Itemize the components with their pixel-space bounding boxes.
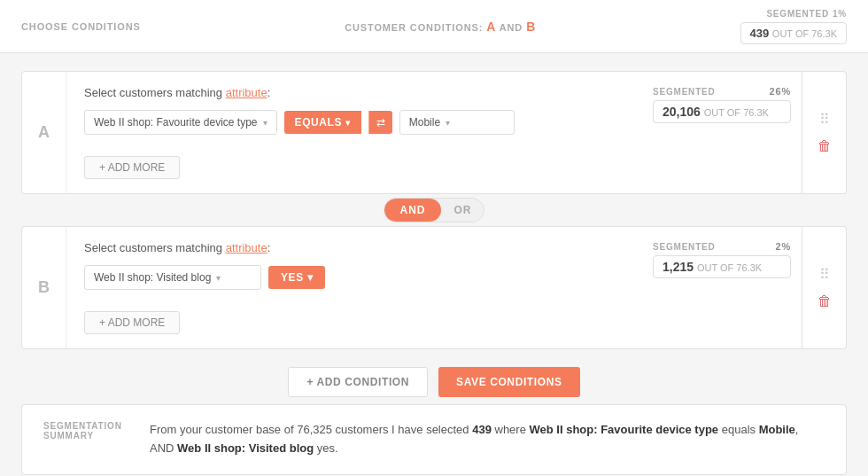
operator-dropdown-arrow: ▾ <box>345 118 351 128</box>
choose-conditions-label: CHOOSE CONDITIONS <box>21 21 141 32</box>
condition-b-right: SEGMENTED 2% 1,215 OUT OF 76.3K <box>642 227 802 348</box>
condition-a-seg-label-text: SEGMENTED <box>653 87 716 97</box>
header-segmented-count: 439 OUT OF 76.3K <box>740 22 847 44</box>
summary-label: SEGMENTATIONSUMMARY <box>43 421 132 458</box>
condition-b-add-more-button[interactable]: + ADD MORE <box>84 311 180 334</box>
value-dropdown-arrow: ▾ <box>446 118 450 128</box>
field-b-dropdown-arrow: ▾ <box>216 273 221 283</box>
condition-b-seg-label-text: SEGMENTED <box>653 242 716 252</box>
condition-b-row: Web II shop: Visited blog ▾ YES ▾ <box>84 265 624 290</box>
header: CHOOSE CONDITIONS CUSTOMER CONDITIONS: A… <box>0 0 868 53</box>
condition-b-body: Select customers matching attribute: Web… <box>66 227 642 348</box>
summary-text: From your customer base of 76,325 custom… <box>150 421 825 458</box>
condition-a-swap-icon[interactable]: ⇄ <box>368 111 392 134</box>
condition-b-drag-icon[interactable]: ⠿ <box>819 266 830 283</box>
and-connector: AND <box>500 22 523 33</box>
save-conditions-button[interactable]: SAVE CONDITIONS <box>438 367 579 397</box>
condition-b-operator-button[interactable]: YES ▾ <box>268 266 325 289</box>
condition-a-delete-icon[interactable]: 🗑 <box>818 138 832 154</box>
condition-a-value-select[interactable]: Mobile ▾ <box>399 110 515 135</box>
condition-b-letter: B <box>22 227 66 348</box>
condition-a-row: Web II shop: Favourite device type ▾ EQU… <box>84 110 624 135</box>
customer-conditions-label: CUSTOMER CONDITIONS: A AND B <box>345 20 536 34</box>
condition-a-label: A <box>486 20 496 34</box>
operator-b-dropdown-arrow: ▾ <box>307 271 314 284</box>
condition-a-field-select[interactable]: Web II shop: Favourite device type ▾ <box>84 110 277 135</box>
customer-conditions-text: CUSTOMER CONDITIONS: <box>345 22 483 33</box>
condition-a-seg-pct: 26% <box>770 86 791 97</box>
condition-b-main: B Select customers matching attribute: W… <box>21 226 802 349</box>
condition-b-segmented-info: SEGMENTED 2% 1,215 OUT OF 76.3K <box>653 241 791 278</box>
or-button[interactable]: OR <box>441 199 484 222</box>
condition-a-letter: A <box>22 72 66 193</box>
condition-a-right: SEGMENTED 26% 20,106 OUT OF 76.3K <box>642 72 802 193</box>
condition-b-field-select[interactable]: Web II shop: Visited blog ▾ <box>84 265 261 290</box>
main-content: A Select customers matching attribute: W… <box>0 53 868 476</box>
condition-a-side: ⠿ 🗑 <box>802 71 847 194</box>
bottom-buttons: + ADD CONDITION SAVE CONDITIONS <box>21 367 847 397</box>
condition-a-drag-icon[interactable]: ⠿ <box>819 111 830 128</box>
condition-a-title: Select customers matching attribute: <box>84 86 624 99</box>
header-segmented: SEGMENTED 1% 439 OUT OF 76.3K <box>740 9 847 44</box>
condition-b-delete-icon[interactable]: 🗑 <box>818 293 832 309</box>
condition-b-side: ⠿ 🗑 <box>802 226 847 349</box>
condition-b-label: B <box>526 20 536 34</box>
field-dropdown-arrow: ▾ <box>263 118 267 128</box>
condition-a-attribute-link[interactable]: attribute <box>226 86 267 99</box>
header-segmented-label: SEGMENTED 1% <box>740 9 847 19</box>
condition-a-seg-count: 20,106 OUT OF 76.3K <box>653 100 791 123</box>
and-button[interactable]: AND <box>384 199 442 222</box>
condition-b-seg-pct: 2% <box>776 241 792 252</box>
condition-a-add-more-button[interactable]: + ADD MORE <box>84 156 180 179</box>
condition-b-seg-count: 1,215 OUT OF 76.3K <box>653 255 791 278</box>
condition-a-main: A Select customers matching attribute: W… <box>21 71 802 194</box>
and-or-toggle: AND OR <box>384 198 485 222</box>
condition-b-block: B Select customers matching attribute: W… <box>21 226 847 349</box>
condition-a-segmented-info: SEGMENTED 26% 20,106 OUT OF 76.3K <box>653 86 791 123</box>
segmentation-summary: SEGMENTATIONSUMMARY From your customer b… <box>21 404 847 475</box>
and-or-row: AND OR <box>21 198 847 222</box>
condition-a-operator-button[interactable]: EQUALS ▾ <box>284 111 361 134</box>
condition-a-block: A Select customers matching attribute: W… <box>21 71 847 194</box>
condition-b-title: Select customers matching attribute: <box>84 241 624 254</box>
condition-b-attribute-link[interactable]: attribute <box>226 241 267 254</box>
add-condition-button[interactable]: + ADD CONDITION <box>288 367 428 397</box>
condition-a-body: Select customers matching attribute: Web… <box>66 72 642 193</box>
